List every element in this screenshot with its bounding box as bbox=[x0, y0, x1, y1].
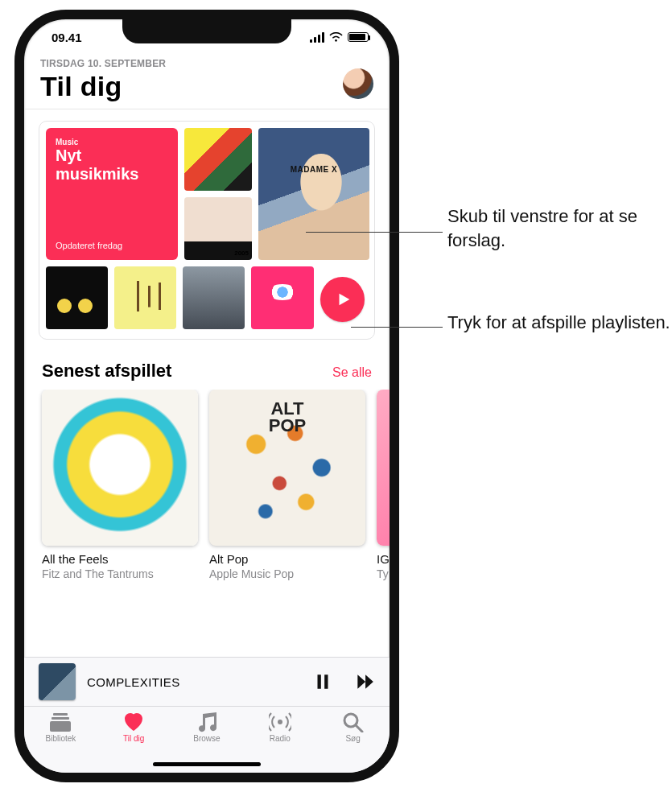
album-title: Alt Pop bbox=[209, 552, 365, 566]
callout-swipe: Skub til venstre for at se forslag. bbox=[447, 204, 672, 252]
mix-album-art-1 bbox=[184, 128, 252, 191]
mix-title: Nyt musikmiks bbox=[56, 146, 168, 184]
home-indicator[interactable] bbox=[153, 762, 261, 766]
tab-label: Radio bbox=[270, 734, 291, 743]
see-all-link[interactable]: Se alle bbox=[332, 365, 372, 380]
callout-text: Tryk for at afspille playlisten. bbox=[447, 312, 670, 332]
battery-icon bbox=[348, 32, 369, 42]
tab-label: Til dig bbox=[123, 734, 144, 743]
album-subtitle: Ty bbox=[377, 567, 390, 580]
skip-forward-icon[interactable] bbox=[354, 671, 375, 692]
mix-provider-label: Music bbox=[56, 138, 168, 146]
album-subtitle: Apple Music Pop bbox=[209, 567, 365, 580]
tab-label: Bibliotek bbox=[45, 734, 76, 743]
callout-line bbox=[306, 232, 443, 233]
album-art bbox=[377, 390, 390, 546]
cellular-signal-icon bbox=[310, 32, 324, 43]
mix-updated-label: Opdateret fredag bbox=[56, 241, 168, 250]
header-date: Tirsdag 10. September bbox=[40, 58, 166, 69]
album-art: ALT POP bbox=[209, 390, 365, 546]
radio-icon bbox=[269, 712, 291, 732]
mix-album-art-5 bbox=[114, 266, 176, 329]
mix-play-button[interactable] bbox=[320, 277, 365, 322]
notch bbox=[122, 18, 291, 43]
mix-album-art-2 bbox=[184, 197, 252, 260]
tab-label: Browse bbox=[193, 734, 220, 743]
callout-play: Tryk for at afspille playlisten. bbox=[447, 311, 670, 335]
now-playing-art bbox=[39, 663, 76, 700]
mix-card-header: Music Nyt musikmiks Opdateret fredag bbox=[46, 128, 178, 260]
album-art-label-2: POP bbox=[269, 415, 306, 435]
page-title: Til dig bbox=[40, 71, 166, 102]
album-title: All the Feels bbox=[42, 552, 198, 566]
mix-album-art-6 bbox=[183, 266, 245, 329]
search-icon bbox=[342, 712, 365, 732]
album-subtitle: Fitz and The Tantrums bbox=[42, 567, 198, 580]
now-playing-title: COMPLEXITIES bbox=[87, 675, 301, 689]
recently-played-title: Senest afspillet bbox=[42, 361, 171, 382]
tab-search[interactable]: Søg bbox=[324, 712, 382, 773]
callout-text: Skub til venstre for at se forslag. bbox=[447, 206, 637, 250]
tab-label: Søg bbox=[345, 734, 360, 743]
mix-album-art-4 bbox=[46, 266, 108, 329]
mix-album-art-7 bbox=[251, 266, 313, 329]
album-item[interactable]: All the Feels Fitz and The Tantrums bbox=[42, 390, 198, 580]
tab-library[interactable]: Bibliotek bbox=[31, 712, 89, 773]
page-header: Tirsdag 10. September Til dig bbox=[24, 55, 390, 109]
svg-rect-1 bbox=[52, 717, 69, 720]
callout-line bbox=[351, 327, 443, 328]
album-item[interactable]: IG Ty bbox=[377, 390, 390, 580]
mix-album-art-3: MADAME X bbox=[258, 128, 369, 260]
svg-line-5 bbox=[356, 725, 362, 732]
svg-point-3 bbox=[278, 720, 282, 724]
play-icon bbox=[335, 291, 352, 308]
wifi-icon bbox=[329, 32, 343, 43]
profile-avatar[interactable] bbox=[343, 68, 373, 99]
recently-played-header: Senest afspillet Se alle bbox=[24, 340, 390, 390]
pause-icon[interactable] bbox=[312, 671, 333, 692]
svg-rect-0 bbox=[53, 713, 68, 716]
heart-icon bbox=[122, 712, 145, 732]
album-item[interactable]: ALT POP Alt Pop Apple Music Pop bbox=[209, 390, 365, 580]
mix-album-art-3-label: MADAME X bbox=[291, 165, 337, 174]
album-title: IG bbox=[377, 552, 390, 566]
music-note-icon bbox=[196, 712, 218, 732]
new-music-mix-card[interactable]: Music Nyt musikmiks Opdateret fredag MAD… bbox=[39, 121, 375, 340]
phone-frame: 09.41 Tirsdag 10. September Til dig Musi… bbox=[14, 10, 399, 782]
album-art bbox=[42, 390, 198, 546]
recently-played-list[interactable]: All the Feels Fitz and The Tantrums ALT … bbox=[24, 390, 390, 580]
library-icon bbox=[49, 712, 72, 732]
status-time: 09.41 bbox=[52, 31, 82, 44]
svg-rect-2 bbox=[50, 721, 71, 732]
mini-player[interactable]: COMPLEXITIES bbox=[24, 657, 390, 707]
